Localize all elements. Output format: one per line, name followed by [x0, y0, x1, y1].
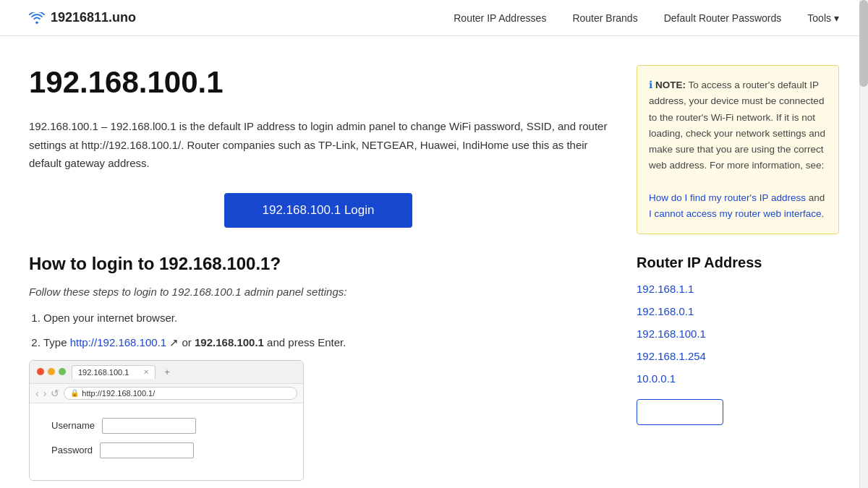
browser-urlbar: 🔒 http://192.168.100.1/	[64, 387, 297, 400]
browser-forward-icon: ›	[43, 388, 47, 399]
browser-mockup: 192.168.100.1 ✕ + ‹ › ↺ 🔒 http://192.168…	[29, 360, 304, 481]
ip-link-192-168-1-254[interactable]: 192.168.1.254	[637, 350, 706, 362]
browser-dots	[37, 368, 66, 375]
browser-topbar: 192.168.100.1 ✕ +	[30, 361, 303, 384]
step-2: Type http://192.168.100.1 ↗ or 192.168.1…	[43, 334, 608, 351]
browser-reload-icon: ↺	[51, 388, 59, 399]
note-text: To access a router's default IP address,…	[649, 80, 825, 171]
main-content: 192.168.100.1 192.168.100.1 – 192.168.l0…	[29, 65, 608, 481]
password-label: Password	[51, 445, 93, 455]
list-item: 192.168.100.1	[637, 328, 839, 340]
step-2-link[interactable]: http://192.168.100.1	[70, 336, 166, 348]
list-item: 192.168.0.1	[637, 305, 839, 317]
list-item: 192.168.1.1	[637, 283, 839, 295]
nav-tools-menu[interactable]: Tools ▾	[807, 12, 839, 24]
browser-urlbar-row: ‹ › ↺ 🔒 http://192.168.100.1/	[30, 384, 303, 403]
browser-tab-text: 192.168.100.1	[78, 368, 129, 377]
ip-title: 192.168.100.1	[29, 65, 608, 100]
login-form-mock: Username Password	[51, 418, 281, 458]
browser-secure-icon: 🔒	[70, 389, 79, 397]
browser-body: Username Password	[30, 403, 303, 480]
step-2-middle: or	[179, 336, 195, 348]
ip-link-192-168-0-1[interactable]: 192.168.0.1	[637, 305, 694, 317]
tools-label: Tools	[807, 12, 831, 24]
step-2-before: Type	[43, 336, 70, 348]
ip-description: 192.168.100.1 – 192.168.l00.1 is the def…	[29, 117, 608, 173]
dot-yellow	[48, 368, 55, 375]
partial-button[interactable]	[637, 399, 723, 425]
list-item: 10.0.0.1	[637, 372, 839, 385]
nav-router-brands[interactable]: Router Brands	[572, 12, 637, 24]
note-connector: and	[809, 192, 825, 203]
ip-link-10-0-0-1[interactable]: 10.0.0.1	[637, 372, 676, 385]
browser-back-icon: ‹	[35, 388, 39, 399]
sidebar: ℹNOTE: To access a router's default IP a…	[637, 65, 839, 481]
step-2-external-icon: ↗	[166, 336, 179, 348]
login-button[interactable]: 192.168.100.1 Login	[224, 193, 412, 228]
how-to-title: How to login to 192.168.100.1?	[29, 254, 608, 274]
scrollbar-thumb[interactable]	[859, 0, 868, 87]
wifi-icon	[29, 12, 45, 24]
username-row: Username	[51, 418, 281, 434]
note-link-cannot-access[interactable]: I cannot access my router web interface.	[649, 208, 824, 219]
password-row: Password	[51, 442, 281, 458]
username-input[interactable]	[102, 418, 196, 434]
nav-links: Router IP Addresses Router Brands Defaul…	[454, 12, 839, 24]
nav-default-router-passwords[interactable]: Default Router Passwords	[664, 12, 782, 24]
step-1: Open your internet browser.	[43, 309, 608, 327]
steps-list: Open your internet browser. Type http://…	[43, 309, 608, 351]
site-logo[interactable]: 19216811.uno	[29, 10, 136, 25]
step-1-text: Open your internet browser.	[43, 312, 177, 324]
dot-red	[37, 368, 44, 375]
browser-tab-close-icon: ✕	[143, 368, 149, 376]
note-link-find-ip[interactable]: How do I find my router's IP address	[649, 192, 806, 203]
navbar: 19216811.uno Router IP Addresses Router …	[0, 0, 868, 36]
info-icon: ℹ	[649, 80, 652, 90]
step-2-bold: 192.168.100.1	[195, 336, 264, 348]
ip-link-192-168-100-1[interactable]: 192.168.100.1	[637, 328, 706, 340]
steps-intro: Follow these steps to login to 192.168.1…	[29, 286, 608, 298]
note-box: ℹNOTE: To access a router's default IP a…	[637, 65, 839, 234]
nav-router-ip-addresses[interactable]: Router IP Addresses	[454, 12, 546, 24]
router-ip-section-title: Router IP Address	[637, 254, 839, 271]
logo-text: 19216811.uno	[51, 10, 136, 25]
username-label: Username	[51, 420, 95, 431]
dot-green	[59, 368, 66, 375]
page-container: 192.168.100.1 192.168.100.1 – 192.168.l0…	[14, 36, 854, 488]
list-item: 192.168.1.254	[637, 350, 839, 362]
tools-chevron-icon: ▾	[834, 12, 839, 24]
step-2-after: and press Enter.	[264, 336, 346, 348]
browser-url-text: http://192.168.100.1/	[82, 389, 155, 398]
browser-tab-plus-icon: +	[164, 367, 170, 377]
ip-link-192-168-1-1[interactable]: 192.168.1.1	[637, 283, 694, 295]
note-label: NOTE:	[655, 80, 686, 90]
ip-link-list: 192.168.1.1 192.168.0.1 192.168.100.1 19…	[637, 283, 839, 385]
browser-tab: 192.168.100.1 ✕	[72, 365, 156, 379]
scrollbar-track	[859, 0, 868, 488]
password-input[interactable]	[100, 442, 194, 458]
